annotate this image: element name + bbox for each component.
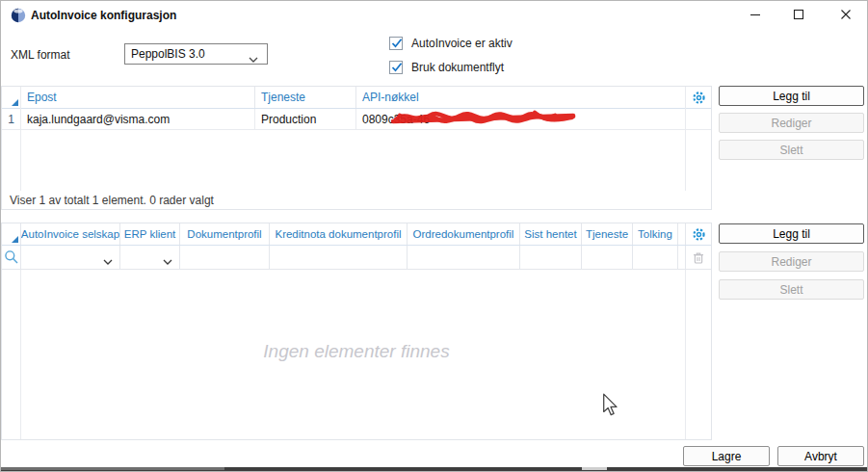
autoinvoice-active-checkbox-row: AutoInvoice er aktiv: [389, 36, 513, 51]
column-header-autoinvoice-selskap[interactable]: AutoInvoice selskap: [21, 223, 120, 245]
cell-epost[interactable]: kaja.lundgaard@visma.com: [21, 109, 255, 129]
empty-state-text: Ingen elementer finnes: [2, 341, 711, 362]
filter-cell[interactable]: [582, 246, 633, 269]
filter-cell[interactable]: [520, 246, 582, 269]
config-grid-settings-button[interactable]: [686, 87, 711, 108]
filter-cell: [678, 246, 686, 269]
xml-format-select[interactable]: PeppolBIS 3.0: [124, 43, 268, 65]
cell-api-nokkel[interactable]: 0809c35a-46: [356, 109, 686, 129]
minimize-icon: [750, 9, 761, 20]
filter-cell[interactable]: [633, 246, 678, 269]
config-grid: Epost Tjeneste API-nøkkel 1 kaja.lundgaa…: [1, 86, 712, 192]
check-icon: [391, 62, 403, 73]
xml-format-label: XML format: [11, 48, 70, 62]
close-icon: [840, 9, 852, 20]
dokumentflyt-label: Bruk dokumentflyt: [411, 61, 504, 74]
app-globe-icon: [11, 8, 26, 23]
column-header-ordredokumentprofil[interactable]: Ordredokumentprofil: [408, 223, 520, 245]
xml-format-selected-value: PeppolBIS 3.0: [131, 47, 205, 61]
chevron-down-icon: [103, 254, 113, 268]
column-header-tolking[interactable]: Tolking: [633, 223, 678, 245]
autoinvoice-config-dialog: AutoInvoice konfigurasjon XML format Pep…: [0, 0, 868, 472]
maximize-icon: [793, 9, 804, 20]
column-header-sist-hentet[interactable]: Sist hentet: [520, 223, 582, 245]
gear-icon: [692, 91, 706, 105]
taskbar-segment: [582, 467, 607, 470]
chevron-down-icon: [249, 52, 258, 66]
autoinvoice-active-checkbox[interactable]: [389, 37, 403, 50]
dokumentflyt-checkbox-row: Bruk dokumentflyt: [389, 60, 504, 75]
save-button[interactable]: Lagre: [683, 446, 770, 466]
column-header-tjeneste[interactable]: Tjeneste: [582, 223, 633, 245]
filter-autoinvoice-selskap-dropdown[interactable]: [21, 246, 120, 269]
window-title: AutoInvoice konfigurasjon: [31, 9, 176, 22]
column-header-kreditnota[interactable]: Kreditnota dokumentprofil: [270, 223, 408, 245]
row-number: 1: [2, 109, 21, 129]
config-grid-status: Viser 1 av totalt 1 element. 0 rader val…: [1, 191, 712, 210]
select-all-triangle-icon: [12, 99, 18, 106]
company-grid-settings-button[interactable]: [686, 223, 711, 245]
select-all-corner[interactable]: [2, 87, 21, 108]
company-grid-header: AutoInvoice selskap ERP klient Dokumentp…: [2, 223, 711, 246]
filter-search-cell[interactable]: [2, 246, 21, 269]
column-header-dokumentprofil[interactable]: Dokumentprofil: [180, 223, 270, 245]
clear-filter-button[interactable]: [686, 248, 711, 269]
trash-icon: [692, 251, 705, 265]
chevron-down-icon: [163, 254, 172, 268]
divider: [685, 270, 686, 439]
cell-tjeneste[interactable]: Production: [255, 109, 356, 129]
config-edit-button[interactable]: Rediger: [719, 113, 864, 133]
config-grid-row-1[interactable]: 1 kaja.lundgaard@visma.com Production 08…: [2, 109, 711, 130]
taskbar-segment: [1, 467, 224, 470]
select-all-corner[interactable]: [2, 223, 21, 245]
select-all-triangle-icon: [12, 236, 18, 243]
dokumentflyt-checkbox[interactable]: [389, 61, 403, 74]
maximize-button[interactable]: [782, 1, 815, 28]
filter-cell[interactable]: [180, 246, 270, 269]
close-button[interactable]: [829, 1, 862, 28]
config-delete-button[interactable]: Slett: [719, 140, 864, 160]
column-header-epost[interactable]: Epost: [21, 87, 255, 108]
divider: [20, 87, 21, 191]
divider: [685, 87, 686, 191]
column-header-spacer: [678, 223, 686, 245]
filter-erp-klient-dropdown[interactable]: [120, 246, 180, 269]
config-grid-header: Epost Tjeneste API-nøkkel: [2, 87, 711, 109]
company-delete-button[interactable]: Slett: [719, 279, 864, 300]
company-grid: AutoInvoice selskap ERP klient Dokumentp…: [1, 223, 712, 440]
column-header-erp-klient[interactable]: ERP klient: [120, 223, 180, 245]
filter-cell[interactable]: [270, 246, 408, 269]
company-edit-button[interactable]: Rediger: [719, 251, 864, 272]
column-header-tjeneste[interactable]: Tjeneste: [255, 87, 356, 108]
gear-icon: [692, 227, 706, 242]
taskbar-edge: [1, 467, 868, 472]
company-add-button[interactable]: Legg til: [719, 223, 864, 244]
status-text: Viser 1 av totalt 1 element. 0 rader val…: [10, 194, 214, 207]
column-header-api-nokkel[interactable]: API-nøkkel: [356, 87, 686, 108]
autoinvoice-active-label: AutoInvoice er aktiv: [411, 37, 513, 50]
minimize-button[interactable]: [739, 1, 772, 28]
config-add-button[interactable]: Legg til: [719, 86, 864, 106]
filter-cell[interactable]: [408, 246, 520, 269]
title-bar: AutoInvoice konfigurasjon: [1, 1, 867, 30]
divider: [20, 270, 21, 439]
search-icon: [4, 249, 19, 265]
cancel-button[interactable]: Avbryt: [777, 446, 864, 466]
company-grid-filter-row: [2, 246, 711, 270]
check-icon: [391, 38, 403, 49]
